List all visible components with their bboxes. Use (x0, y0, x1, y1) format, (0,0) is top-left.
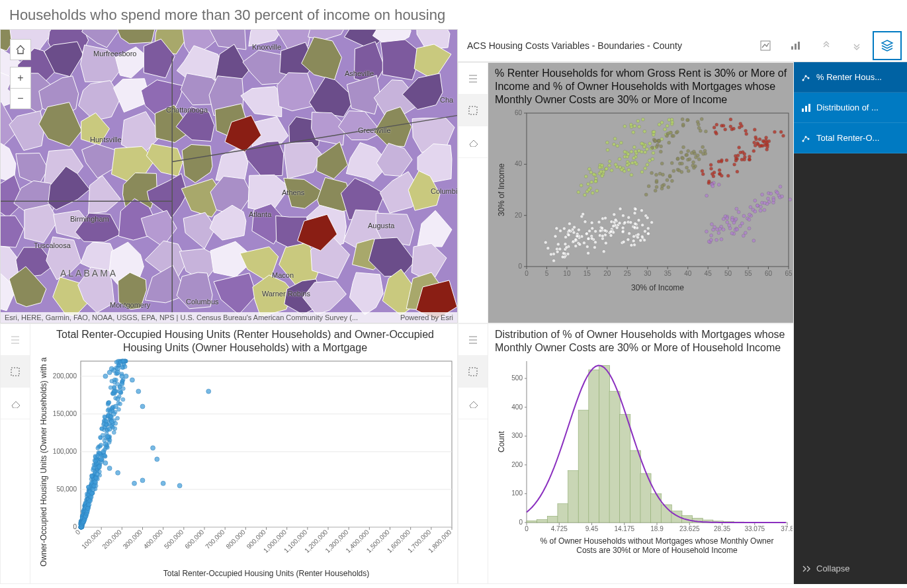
svg-point-406 (666, 124, 669, 128)
legend-tool[interactable] (1, 324, 30, 356)
svg-point-618 (720, 237, 723, 241)
svg-point-477 (680, 162, 683, 165)
svg-point-416 (626, 163, 629, 167)
svg-point-491 (660, 145, 663, 148)
zoom-out-button[interactable]: − (10, 88, 31, 109)
selection-tool[interactable] (458, 95, 488, 126)
svg-point-630 (748, 213, 751, 216)
svg-point-1199 (105, 435, 110, 439)
svg-point-280 (650, 221, 654, 224)
svg-point-377 (618, 157, 621, 161)
svg-point-283 (562, 252, 565, 255)
svg-point-1227 (206, 389, 211, 394)
scatter-chart[interactable]: 050,000100,000150,000200,0000100,000200,… (37, 357, 457, 579)
svg-text:23.625: 23.625 (679, 525, 700, 532)
choropleth-map[interactable] (1, 30, 457, 323)
svg-marker-62 (182, 144, 212, 183)
svg-point-375 (605, 167, 608, 171)
selection-tool[interactable] (458, 356, 488, 388)
svg-point-590 (717, 231, 720, 235)
svg-point-257 (552, 259, 556, 263)
home-button[interactable] (10, 39, 31, 60)
svg-point-1219 (155, 457, 159, 462)
selection-tool[interactable] (1, 356, 30, 388)
svg-text:30% of Income: 30% of Income (497, 163, 506, 216)
chart-list-item[interactable]: Total Renter-O... (794, 123, 907, 153)
collapse-panel-button[interactable]: Collapse (794, 552, 907, 584)
svg-marker-116 (118, 273, 146, 310)
chart-title: Distribution of % of Owner Households wi… (495, 328, 789, 355)
svg-point-296 (588, 230, 591, 233)
svg-point-492 (668, 141, 671, 144)
layers-button[interactable] (873, 31, 902, 60)
svg-point-463 (704, 130, 707, 133)
legend-tool[interactable] (458, 63, 488, 95)
svg-text:200,000: 200,000 (101, 528, 123, 550)
collapse-up-button[interactable] (812, 31, 841, 60)
svg-point-1223 (132, 481, 137, 485)
svg-point-1054 (106, 408, 110, 412)
erase-tool[interactable] (458, 126, 488, 158)
svg-point-632 (759, 205, 762, 208)
svg-point-465 (647, 185, 650, 188)
histogram-chart[interactable]: 010020030040050004.7259.4514.17518.923.6… (495, 357, 793, 562)
svg-point-642 (781, 194, 784, 198)
svg-point-455 (681, 118, 684, 121)
svg-marker-43 (9, 111, 44, 151)
zoom-in-button[interactable]: + (10, 67, 31, 88)
svg-text:500: 500 (511, 374, 523, 382)
svg-marker-118 (177, 273, 212, 309)
svg-point-358 (643, 130, 646, 133)
svg-point-226 (630, 243, 633, 247)
svg-point-474 (668, 174, 671, 177)
svg-text:18.9: 18.9 (650, 525, 664, 532)
svg-point-312 (636, 233, 640, 236)
svg-point-234 (637, 218, 640, 222)
svg-text:200,000: 200,000 (53, 372, 77, 380)
svg-point-1161 (104, 419, 108, 423)
svg-point-291 (576, 235, 579, 238)
svg-point-1224 (140, 478, 145, 483)
svg-point-486 (699, 150, 703, 153)
legend-tool[interactable] (458, 324, 488, 356)
svg-point-422 (650, 171, 654, 175)
svg-point-340 (644, 151, 647, 154)
svg-point-174 (546, 247, 550, 250)
histogram-button[interactable] (781, 31, 810, 60)
svg-point-631 (754, 210, 757, 213)
svg-point-1156 (96, 454, 100, 458)
svg-point-473 (670, 179, 673, 183)
svg-text:9.45: 9.45 (585, 525, 599, 532)
svg-point-655 (726, 217, 729, 220)
svg-point-571 (748, 158, 752, 161)
svg-point-412 (652, 151, 655, 155)
map-panel[interactable]: + − ALABAMA Knoxville Murfreesboro Ashev… (0, 29, 458, 323)
svg-point-519 (736, 153, 740, 157)
svg-rect-1269 (609, 392, 620, 523)
svg-point-573 (757, 143, 760, 146)
erase-tool[interactable] (1, 388, 30, 419)
erase-tool[interactable] (458, 388, 488, 419)
svg-point-1121 (112, 431, 116, 435)
scatter-chart[interactable]: 05101520253035404550556065020406030% of … (495, 109, 793, 294)
svg-point-1200 (107, 427, 112, 431)
chart-config-button[interactable] (751, 31, 780, 60)
svg-point-394 (652, 130, 656, 134)
svg-point-498 (676, 157, 679, 160)
svg-point-436 (685, 153, 689, 157)
svg-point-306 (618, 222, 621, 225)
chart-list-item[interactable]: Distribution of ... (794, 93, 907, 123)
chart-list-item[interactable]: % Renter Hous... (794, 62, 907, 93)
svg-point-1220 (103, 461, 108, 466)
svg-point-218 (626, 238, 630, 241)
svg-point-423 (655, 185, 658, 189)
svg-point-1214 (109, 366, 114, 371)
svg-point-514 (717, 160, 720, 163)
svg-text:37.8: 37.8 (781, 525, 793, 532)
svg-point-288 (574, 244, 578, 247)
svg-point-395 (663, 128, 666, 131)
svg-point-359 (587, 167, 591, 171)
svg-point-295 (590, 237, 593, 240)
svg-point-267 (609, 234, 613, 237)
collapse-down-button[interactable] (842, 31, 871, 60)
